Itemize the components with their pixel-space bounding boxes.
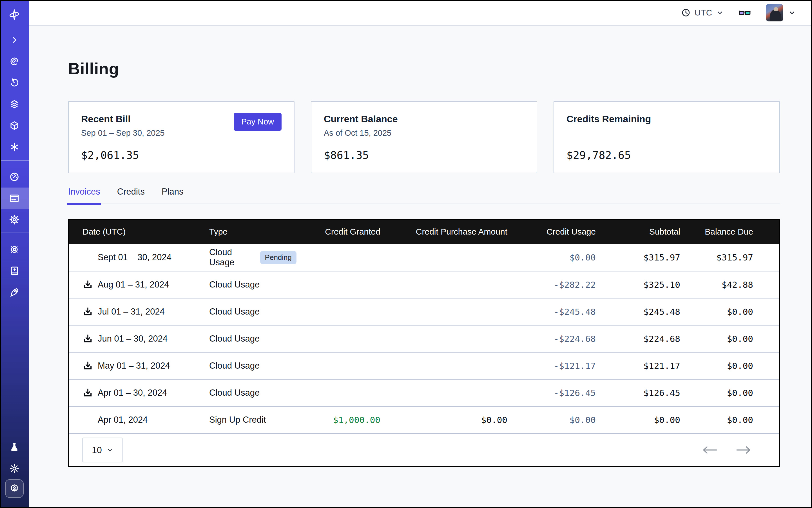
main-area: UTC Billing Recent Bill xyxy=(29,0,812,508)
sidebar-item-labs[interactable] xyxy=(0,436,29,458)
download-invoice-button[interactable] xyxy=(83,333,93,344)
iris-icon xyxy=(9,56,19,67)
invoice-type: Cloud Usage xyxy=(209,388,260,398)
sidebar-item-layers[interactable] xyxy=(0,93,29,115)
subtotal-cell: $245.48 xyxy=(596,307,680,317)
credit-usage-cell: -$282.22 xyxy=(507,280,596,290)
column-header-balance-due: Balance Due xyxy=(680,227,753,237)
summary-cards: Recent Bill Sep 01 – Sep 30, 2025 $2,061… xyxy=(68,101,780,173)
ship-wheel-icon xyxy=(9,244,20,255)
sidebar-item-cube[interactable] xyxy=(0,115,29,136)
download-invoice-button[interactable] xyxy=(83,279,93,290)
current-balance-card: Current Balance As of Oct 15, 2025 $861.… xyxy=(311,101,537,173)
subtotal-cell: $315.97 xyxy=(596,252,680,262)
invoice-date: Sept 01 – 30, 2024 xyxy=(98,252,171,262)
invoice-type: Cloud Usage xyxy=(209,334,260,344)
book-sparkle-icon xyxy=(9,265,20,276)
status-badge: Pending xyxy=(260,251,296,264)
prev-page-button[interactable] xyxy=(702,446,718,455)
subtotal-cell: $325.10 xyxy=(596,280,680,290)
sidebar-item-iris[interactable] xyxy=(0,51,29,72)
layers-icon xyxy=(9,99,19,109)
sidebar-item-wheel[interactable] xyxy=(0,239,29,260)
subtotal-cell: $0.00 xyxy=(596,415,680,425)
topbar: UTC xyxy=(29,0,812,26)
invoice-type: Cloud Usage xyxy=(209,280,260,290)
table-footer: 10 xyxy=(69,433,779,466)
credit-usage-cell: -$224.68 xyxy=(507,334,596,344)
invoice-type: Cloud Usage xyxy=(209,247,255,267)
sidebar-item-expand[interactable] xyxy=(0,29,29,51)
subtotal-cell: $121.17 xyxy=(596,361,680,371)
page-size-select[interactable]: 10 xyxy=(83,437,123,462)
download-icon xyxy=(83,388,93,398)
pagination-controls xyxy=(702,446,752,455)
sidebar-item-gauge[interactable] xyxy=(0,166,29,187)
table-row: Sept 01 – 30, 2024 Cloud Usage Pending $… xyxy=(69,244,779,271)
sidebar-divider xyxy=(0,160,29,161)
download-icon xyxy=(83,334,93,344)
table-row: Jun 01 – 30, 2024 Cloud Usage -$224.68 $… xyxy=(69,325,779,352)
card-amount: $861.35 xyxy=(324,149,524,161)
reader-mode-button[interactable] xyxy=(738,8,751,17)
sidebar-item-history[interactable] xyxy=(0,72,29,93)
clock-icon xyxy=(681,8,691,17)
chevron-down-icon xyxy=(788,9,796,16)
subtotal-cell: $224.68 xyxy=(596,334,680,344)
table-row: Jul 01 – 31, 2024 Cloud Usage -$245.48 $… xyxy=(69,298,779,325)
download-invoice-button[interactable] xyxy=(83,361,93,371)
download-invoice-button[interactable] xyxy=(83,306,93,317)
sidebar-item-credits[interactable] xyxy=(5,479,24,498)
invoice-date: May 01 – 31, 2024 xyxy=(98,361,170,371)
invoices-table: Date (UTC) Type Credit Granted Credit Pu… xyxy=(68,219,780,467)
sidebar-logo[interactable] xyxy=(0,0,29,29)
next-page-button[interactable] xyxy=(736,446,752,455)
tab-credits[interactable]: Credits xyxy=(117,187,145,204)
credit-usage-cell: -$126.45 xyxy=(507,388,596,398)
sidebar-item-docs[interactable] xyxy=(0,260,29,282)
chevron-down-icon xyxy=(716,9,724,16)
download-invoice-button[interactable] xyxy=(83,387,93,398)
arrow-right-icon xyxy=(736,446,752,455)
table-row: Apr 01, 2024 Sign Up Credit $1,000.00 $0… xyxy=(69,406,779,433)
sidebar-item-settings[interactable] xyxy=(0,209,29,230)
arrow-left-icon xyxy=(702,446,718,455)
tab-invoices[interactable]: Invoices xyxy=(68,187,100,204)
column-header-credit-granted: Credit Granted xyxy=(296,227,380,237)
invoice-date: Apr 01 – 30, 2024 xyxy=(98,388,167,398)
card-period xyxy=(566,128,767,138)
credit-usage-cell: -$245.48 xyxy=(507,307,596,317)
download-icon xyxy=(83,361,93,371)
timezone-selector[interactable]: UTC xyxy=(681,8,724,17)
sidebar-item-asterisk[interactable] xyxy=(0,136,29,158)
page-title: Billing xyxy=(68,59,780,78)
card-amount: $29,782.65 xyxy=(566,149,767,161)
invoice-type: Sign Up Credit xyxy=(209,415,266,425)
gauge-icon xyxy=(9,171,20,182)
tab-plans[interactable]: Plans xyxy=(162,187,183,204)
column-header-credit-purchase-amount: Credit Purchase Amount xyxy=(380,227,507,237)
user-menu[interactable] xyxy=(766,4,796,22)
app-root: UTC Billing Recent Bill xyxy=(0,0,812,508)
history-timer-icon xyxy=(9,78,19,88)
pay-now-button[interactable]: Pay Now xyxy=(234,113,282,131)
card-title: Credits Remaining xyxy=(566,114,767,124)
sidebar-item-billing[interactable] xyxy=(0,187,29,209)
column-header-date: Date (UTC) xyxy=(83,227,209,237)
chevron-right-icon xyxy=(10,36,18,44)
sidebar-item-deploy[interactable] xyxy=(0,282,29,303)
rocket-icon xyxy=(9,287,20,298)
glasses-icon xyxy=(738,8,751,17)
sidebar-item-theme[interactable] xyxy=(0,458,29,479)
column-header-credit-usage: Credit Usage xyxy=(507,227,596,237)
invoice-type: Cloud Usage xyxy=(209,361,260,371)
orbit-logo-icon xyxy=(8,8,20,21)
invoice-date: Aug 01 – 31, 2024 xyxy=(98,280,169,290)
table-header: Date (UTC) Type Credit Granted Credit Pu… xyxy=(69,220,779,244)
balance-due-cell: $0.00 xyxy=(680,415,753,425)
table-body: Sept 01 – 30, 2024 Cloud Usage Pending $… xyxy=(69,244,779,433)
table-row: Aug 01 – 31, 2024 Cloud Usage -$282.22 $… xyxy=(69,271,779,298)
card-amount: $2,061.35 xyxy=(81,149,282,161)
invoice-date: Jul 01 – 31, 2024 xyxy=(98,307,165,317)
invoice-date: Apr 01, 2024 xyxy=(98,415,148,425)
